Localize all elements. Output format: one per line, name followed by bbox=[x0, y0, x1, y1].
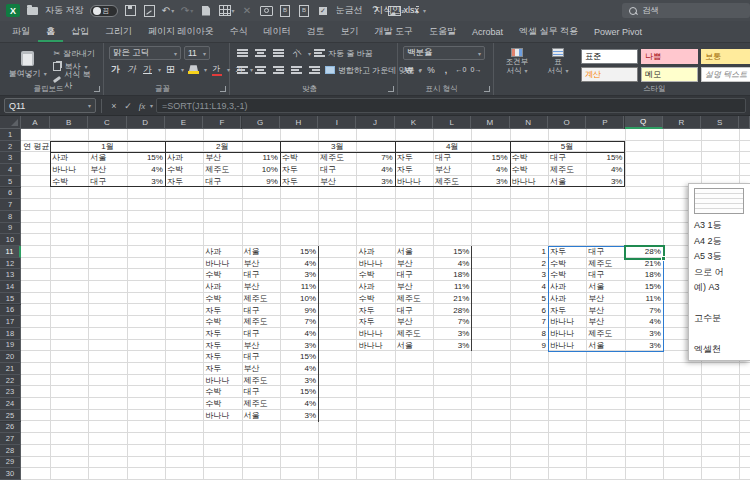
row-header-19[interactable]: 19 bbox=[0, 340, 21, 352]
align-left-button[interactable] bbox=[235, 64, 250, 77]
select-all-corner[interactable] bbox=[0, 116, 21, 129]
cell-L18[interactable]: 3% bbox=[433, 328, 471, 340]
cell-H11[interactable]: 15% bbox=[280, 246, 318, 258]
cell-K19[interactable]: 서울 bbox=[395, 340, 433, 352]
cell-L17[interactable]: 7% bbox=[433, 316, 471, 328]
tab-페이지 레이아웃[interactable]: 페이지 레이아웃 bbox=[140, 21, 222, 42]
cell-K4[interactable]: 자두 bbox=[395, 164, 433, 176]
wrap-text-button[interactable]: 자동 줄 바꿈 bbox=[314, 46, 372, 60]
cell-G16[interactable]: 대구 bbox=[242, 305, 280, 317]
column-header-partial[interactable] bbox=[739, 116, 750, 129]
row-header-2[interactable]: 2 bbox=[0, 141, 21, 153]
row-header-30[interactable]: 30 bbox=[0, 468, 21, 480]
cell-H12[interactable]: 4% bbox=[280, 258, 318, 270]
cell-K11[interactable]: 서울 bbox=[395, 246, 433, 258]
tab-엑셀 실무 적용[interactable]: 엑셀 실무 적용 bbox=[511, 21, 586, 42]
name-box[interactable]: Q11▾ bbox=[4, 98, 96, 113]
tab-검토[interactable]: 검토 bbox=[299, 21, 333, 42]
cell-G21[interactable]: 부산 bbox=[242, 363, 280, 375]
cell-J5[interactable]: 3% bbox=[356, 176, 394, 188]
cell-G20[interactable]: 대구 bbox=[242, 351, 280, 363]
cell-H18[interactable]: 4% bbox=[280, 328, 318, 340]
font-size-select[interactable]: 11▾ bbox=[184, 46, 210, 60]
cell-H14[interactable]: 11% bbox=[280, 281, 318, 293]
cell-I5[interactable]: 부산 bbox=[318, 176, 356, 188]
cancel-icon[interactable]: × bbox=[107, 101, 121, 111]
new-document-icon[interactable] bbox=[200, 3, 213, 18]
cell-P5[interactable]: 3% bbox=[586, 176, 624, 188]
clipboard-dialog-launcher[interactable] bbox=[94, 86, 100, 92]
column-header-G[interactable]: G bbox=[242, 116, 280, 129]
column-header-Q[interactable]: Q bbox=[625, 116, 663, 129]
cell-J13[interactable]: 수박 bbox=[356, 269, 394, 281]
cell-O13[interactable]: 수박 bbox=[548, 269, 586, 281]
cell-N11[interactable]: 1 bbox=[510, 246, 548, 258]
cell-L14[interactable]: 11% bbox=[433, 281, 471, 293]
save-icon[interactable] bbox=[124, 3, 137, 18]
column-header-A[interactable]: A bbox=[21, 116, 50, 129]
cell-O17[interactable]: 바나나 bbox=[548, 316, 586, 328]
cell-H19[interactable]: 3% bbox=[280, 340, 318, 352]
alignment-dialog-launcher[interactable] bbox=[388, 86, 394, 92]
cell-F19[interactable]: 자두 bbox=[203, 340, 241, 352]
cell-O15[interactable]: 사과 bbox=[548, 293, 586, 305]
cell-C3[interactable]: 서울 bbox=[88, 152, 126, 164]
row-header-23[interactable]: 23 bbox=[0, 386, 21, 398]
cell-F25[interactable]: 바나나 bbox=[203, 410, 241, 422]
undo-icon[interactable]: ↶▾ bbox=[162, 3, 175, 18]
cell-K13[interactable]: 대구 bbox=[395, 269, 433, 281]
format-as-table-button[interactable]: 표 서식 ▾ bbox=[540, 46, 576, 83]
row-header-9[interactable]: 9 bbox=[0, 223, 21, 235]
cell-L13[interactable]: 18% bbox=[433, 269, 471, 281]
column-header-M[interactable]: M bbox=[471, 116, 509, 129]
cell-O14[interactable]: 사과 bbox=[548, 281, 586, 293]
cell-C5[interactable]: 대구 bbox=[88, 176, 126, 188]
increase-decimal-button[interactable]: ←0 bbox=[455, 63, 467, 76]
insert-table-icon[interactable]: ▾ bbox=[219, 3, 235, 18]
column-header-P[interactable]: P bbox=[586, 116, 624, 129]
percent-style-button[interactable]: % bbox=[425, 63, 437, 76]
formula-input[interactable]: =SORT(J11:L19,3,-1) bbox=[156, 98, 746, 113]
column-header-D[interactable]: D bbox=[127, 116, 165, 129]
column-header-L[interactable]: L bbox=[433, 116, 471, 129]
cell-P13[interactable]: 대구 bbox=[586, 269, 624, 281]
cell-N4[interactable]: 수박 bbox=[510, 164, 548, 176]
cell-Q16[interactable]: 7% bbox=[625, 305, 663, 317]
cell-B4[interactable]: 바나나 bbox=[50, 164, 88, 176]
column-header-H[interactable]: H bbox=[280, 116, 318, 129]
cell-L15[interactable]: 21% bbox=[433, 293, 471, 305]
number-format-select[interactable]: 백분율▾ bbox=[403, 46, 485, 60]
cell-O5[interactable]: 서울 bbox=[548, 176, 586, 188]
increase-indent-button[interactable] bbox=[307, 64, 322, 77]
cell-P15[interactable]: 부산 bbox=[586, 293, 624, 305]
cell-F23[interactable]: 수박 bbox=[203, 386, 241, 398]
cell-H17[interactable]: 7% bbox=[280, 316, 318, 328]
cell-G18[interactable]: 대구 bbox=[242, 328, 280, 340]
cell-P17[interactable]: 부산 bbox=[586, 316, 624, 328]
cell-N13[interactable]: 3 bbox=[510, 269, 548, 281]
cell-P3[interactable]: 15% bbox=[586, 152, 624, 164]
orientation-button[interactable]: 가 bbox=[289, 47, 304, 60]
row-header-26[interactable]: 26 bbox=[0, 422, 21, 434]
cell-H5[interactable]: 자두 bbox=[280, 176, 318, 188]
cell-N5[interactable]: 바나나 bbox=[510, 176, 548, 188]
cell-J19[interactable]: 바나나 bbox=[356, 340, 394, 352]
row-header-14[interactable]: 14 bbox=[0, 281, 21, 293]
align-bottom-button[interactable] bbox=[271, 47, 286, 60]
column-header-J[interactable]: J bbox=[356, 116, 394, 129]
cell-N12[interactable]: 2 bbox=[510, 258, 548, 270]
cell-F5[interactable]: 대구 bbox=[203, 176, 241, 188]
row-header-27[interactable]: 27 bbox=[0, 433, 21, 445]
cell-H20[interactable]: 15% bbox=[280, 351, 318, 363]
column-header-R[interactable]: R bbox=[663, 116, 701, 129]
cell-K18[interactable]: 제주도 bbox=[395, 328, 433, 340]
tab-보기[interactable]: 보기 bbox=[333, 21, 367, 42]
cell-L11[interactable]: 15% bbox=[433, 246, 471, 258]
cell-E4[interactable]: 수박 bbox=[165, 164, 203, 176]
align-middle-button[interactable] bbox=[253, 47, 268, 60]
row-header-29[interactable]: 29 bbox=[0, 457, 21, 469]
cell-Q19[interactable]: 3% bbox=[625, 340, 663, 352]
row-header-7[interactable]: 7 bbox=[0, 199, 21, 211]
align-top-button[interactable] bbox=[235, 47, 250, 60]
gridlines-checkbox[interactable]: ✓ bbox=[317, 3, 330, 18]
